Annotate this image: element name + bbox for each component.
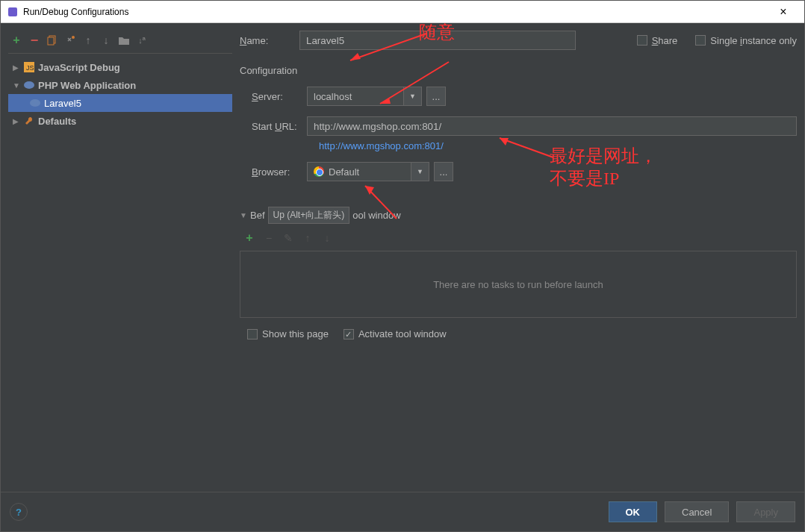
before-launch-header[interactable]: ▼ Bef Up (Alt+向上箭头) ool window	[240, 207, 797, 224]
before-toolbar: + − ✎ ↑ ↓	[240, 228, 797, 248]
svg-point-3	[72, 36, 75, 39]
add-icon[interactable]: +	[10, 34, 23, 47]
edit-task-icon: ✎	[282, 231, 295, 245]
name-label: Name:	[240, 35, 292, 46]
cancel-button[interactable]: Cancel	[665, 501, 729, 522]
name-row: Name: Share Single instance only	[240, 31, 797, 50]
svg-point-6	[24, 81, 34, 89]
dialog-footer: ? OK Cancel Apply	[1, 492, 804, 531]
help-button[interactable]: ?	[10, 503, 28, 521]
add-task-icon[interactable]: +	[243, 231, 256, 245]
url-row: Start URL:	[240, 116, 797, 136]
sort-icon[interactable]: ↓ª	[135, 34, 149, 47]
right-panel: Name: Share Single instance only Configu…	[240, 31, 797, 484]
browser-row: Browser: Default ▼ ...	[240, 162, 797, 181]
server-row: Server: localhost ▼ ...	[240, 87, 797, 106]
tree-label: JavaScript Debug	[38, 62, 120, 73]
browser-combo[interactable]: Default ▼	[307, 162, 429, 181]
svg-text:JS: JS	[26, 64, 34, 72]
down-task-icon: ↓	[320, 231, 334, 245]
collapse-icon: ▼	[13, 81, 20, 90]
remove-icon[interactable]: −	[28, 34, 41, 47]
before-suffix: ool window	[352, 210, 400, 221]
show-page-checkbox[interactable]: Show this page	[247, 328, 329, 339]
left-panel: + − ↑ ↓ ↓ª ▶ JS JavaScript Debug ▼ PHP	[8, 31, 232, 484]
tree-label: Laravel5	[44, 98, 81, 109]
config-toolbar: + − ↑ ↓ ↓ª	[8, 31, 232, 54]
activate-window-checkbox[interactable]: Activate tool window	[344, 328, 447, 339]
down-icon[interactable]: ↓	[99, 34, 113, 47]
tree-item-laravel5[interactable]: Laravel5	[8, 94, 232, 112]
window-title: Run/Debug Configurations	[23, 7, 768, 17]
server-combo[interactable]: localhost ▼	[307, 87, 422, 106]
svg-point-7	[30, 99, 40, 107]
before-prefix: Bef	[250, 210, 265, 221]
config-tree: ▶ JS JavaScript Debug ▼ PHP Web Applicat…	[8, 54, 232, 484]
php-icon	[23, 79, 35, 91]
tree-label: PHP Web Application	[38, 80, 136, 91]
expand-icon: ▶	[13, 63, 20, 72]
browser-value: Default	[329, 166, 359, 178]
browser-label: Browser:	[240, 166, 307, 178]
no-tasks-text: There are no tasks to run before launch	[433, 279, 603, 290]
dropdown-icon[interactable]: ▼	[411, 162, 429, 181]
chrome-icon	[314, 166, 324, 177]
name-input[interactable]	[299, 31, 576, 50]
remove-task-icon: −	[262, 231, 276, 245]
browser-browse-button[interactable]: ...	[434, 162, 453, 181]
config-heading: Configuration	[240, 65, 797, 76]
url-input[interactable]	[307, 116, 797, 136]
dialog-content: + − ↑ ↓ ↓ª ▶ JS JavaScript Debug ▼ PHP	[1, 23, 804, 492]
server-browse-button[interactable]: ...	[426, 87, 446, 106]
wrench-icon	[23, 115, 35, 127]
server-value: localhost	[314, 91, 352, 102]
svg-rect-2	[48, 37, 54, 45]
up-task-icon: ↑	[301, 231, 314, 245]
app-icon	[7, 6, 19, 18]
apply-button[interactable]: Apply	[736, 501, 795, 522]
ok-button[interactable]: OK	[609, 501, 658, 522]
dialog-window: Run/Debug Configurations × + − ↑ ↓ ↓ª ▶ …	[0, 0, 805, 532]
svg-rect-0	[8, 7, 17, 16]
folder-icon[interactable]	[117, 34, 131, 47]
up-icon[interactable]: ↑	[81, 34, 95, 47]
url-label: Start URL:	[240, 121, 307, 132]
tree-item-defaults[interactable]: ▶ Defaults	[8, 112, 232, 130]
tree-item-js-debug[interactable]: ▶ JS JavaScript Debug	[8, 58, 232, 76]
php-icon	[29, 97, 41, 109]
dropdown-icon[interactable]: ▼	[404, 87, 422, 106]
share-checkbox[interactable]: Share	[637, 35, 678, 46]
collapse-icon: ▼	[240, 211, 247, 219]
tooltip: Up (Alt+向上箭头)	[268, 207, 350, 224]
url-link[interactable]: http://www.mgshop.com:801/	[240, 140, 797, 151]
settings-icon[interactable]	[63, 34, 77, 47]
single-instance-checkbox[interactable]: Single instance only	[695, 35, 797, 46]
copy-icon[interactable]	[46, 34, 59, 47]
task-list-empty: There are no tasks to run before launch	[240, 251, 797, 318]
tree-label: Defaults	[38, 116, 76, 127]
titlebar: Run/Debug Configurations ×	[1, 1, 804, 23]
launch-checks: Show this page Activate tool window	[240, 318, 797, 350]
server-label: Server:	[240, 91, 307, 102]
js-icon: JS	[23, 61, 35, 73]
close-icon[interactable]: ×	[768, 5, 798, 19]
tree-item-php-web[interactable]: ▼ PHP Web Application	[8, 76, 232, 94]
before-launch-section: ▼ Bef Up (Alt+向上箭头) ool window + − ✎ ↑ ↓…	[240, 207, 797, 350]
expand-icon: ▶	[13, 117, 20, 125]
